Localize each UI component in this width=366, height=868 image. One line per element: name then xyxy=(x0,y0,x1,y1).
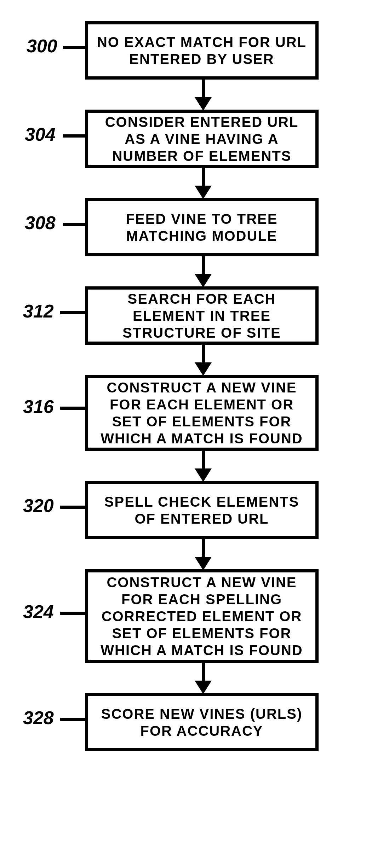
node-text-328: SCORE NEW VINES (URLS) FOR ACCURACY xyxy=(95,705,308,739)
label-tick-324 xyxy=(60,612,85,615)
connector-324-328 xyxy=(202,663,205,682)
node-box-324: CONSTRUCT A NEW VINE FOR EACH SPELLING C… xyxy=(85,569,319,663)
connector-312-316 xyxy=(202,345,205,364)
flowchart-canvas: 300 NO EXACT MATCH FOR URL ENTERED BY US… xyxy=(0,0,366,868)
node-text-304: CONSIDER ENTERED URL AS A VINE HAVING A … xyxy=(95,113,308,164)
label-tick-328 xyxy=(60,718,85,721)
label-tick-316 xyxy=(60,407,85,410)
node-text-308: FEED VINE TO TREE MATCHING MODULE xyxy=(95,210,308,244)
node-label-312: 312 xyxy=(23,301,54,322)
node-text-320: SPELL CHECK ELEMENTS OF ENTERED URL xyxy=(95,493,308,527)
node-box-300: NO EXACT MATCH FOR URL ENTERED BY USER xyxy=(85,21,319,80)
node-text-324: CONSTRUCT A NEW VINE FOR EACH SPELLING C… xyxy=(95,574,308,659)
arrow-312-316 xyxy=(195,362,212,376)
connector-300-304 xyxy=(202,80,205,99)
label-tick-300 xyxy=(63,46,85,49)
node-label-300: 300 xyxy=(27,35,57,57)
node-label-316: 316 xyxy=(23,396,54,417)
node-box-304: CONSIDER ENTERED URL AS A VINE HAVING A … xyxy=(85,110,319,168)
label-tick-312 xyxy=(60,311,85,314)
node-box-316: CONSTRUCT A NEW VINE FOR EACH ELEMENT OR… xyxy=(85,375,319,451)
node-label-324: 324 xyxy=(23,601,54,622)
node-box-308: FEED VINE TO TREE MATCHING MODULE xyxy=(85,198,319,256)
label-tick-320 xyxy=(60,506,85,509)
node-label-320: 320 xyxy=(23,495,54,516)
label-tick-308 xyxy=(63,223,85,226)
arrow-304-308 xyxy=(195,186,212,199)
arrow-324-328 xyxy=(195,681,212,694)
node-box-312: SEARCH FOR EACH ELEMENT IN TREE STRUCTUR… xyxy=(85,286,319,345)
node-label-304: 304 xyxy=(25,124,56,145)
label-tick-304 xyxy=(63,134,85,138)
node-box-328: SCORE NEW VINES (URLS) FOR ACCURACY xyxy=(85,693,319,751)
connector-320-324 xyxy=(202,539,205,559)
connector-304-308 xyxy=(202,168,205,187)
connector-308-312 xyxy=(202,256,205,276)
arrow-300-304 xyxy=(195,97,212,111)
node-label-308: 308 xyxy=(25,212,56,233)
node-text-312: SEARCH FOR EACH ELEMENT IN TREE STRUCTUR… xyxy=(95,290,308,341)
arrow-308-312 xyxy=(195,274,212,287)
node-label-328: 328 xyxy=(23,707,54,728)
node-box-320: SPELL CHECK ELEMENTS OF ENTERED URL xyxy=(85,481,319,539)
node-text-300: NO EXACT MATCH FOR URL ENTERED BY USER xyxy=(95,34,308,68)
node-text-316: CONSTRUCT A NEW VINE FOR EACH ELEMENT OR… xyxy=(95,379,308,447)
arrow-316-320 xyxy=(195,468,212,482)
connector-316-320 xyxy=(202,451,205,470)
arrow-320-324 xyxy=(195,557,212,570)
